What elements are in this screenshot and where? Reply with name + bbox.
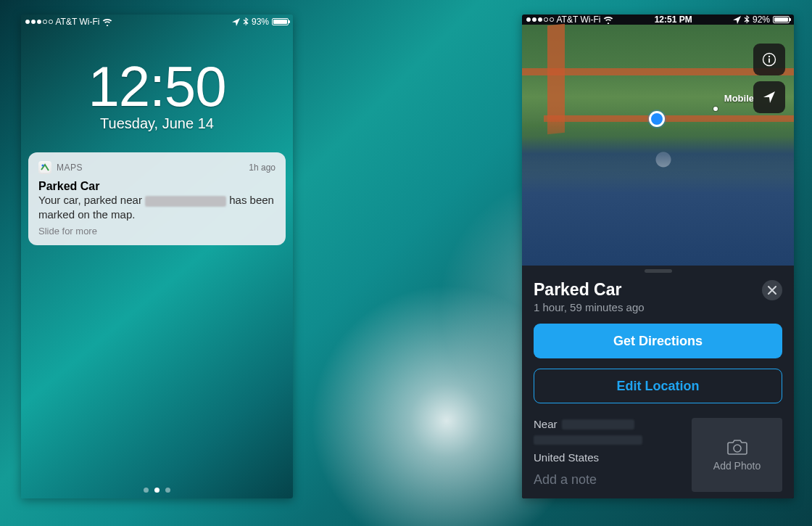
phone-lockscreen: AT&T Wi-Fi 93% 12:50 Tuesday, June 14 xyxy=(21,15,293,498)
wifi-icon xyxy=(603,16,613,24)
svg-point-5 xyxy=(734,445,741,452)
notification-body: Your car, parked near has been marked on… xyxy=(38,193,276,221)
add-note-input[interactable]: Add a note xyxy=(534,472,682,488)
info-button[interactable] xyxy=(753,44,785,75)
add-photo-label: Add Photo xyxy=(713,460,761,472)
edit-location-button[interactable]: Edit Location xyxy=(534,369,782,403)
location-arrow-icon xyxy=(733,16,741,24)
signal-dots-icon xyxy=(526,17,554,22)
canvas: AT&T Wi-Fi 93% 12:50 Tuesday, June 14 xyxy=(0,0,812,526)
battery-icon xyxy=(773,16,790,23)
map-view[interactable]: Mobile xyxy=(522,25,794,266)
lock-time: 12:50 xyxy=(21,54,293,120)
camera-icon xyxy=(726,438,748,456)
parked-car-card: Parked Car 1 hour, 59 minutes ago Get Di… xyxy=(522,266,794,498)
battery-icon xyxy=(272,18,289,25)
status-bar: AT&T Wi-Fi 12:51 PM 92% xyxy=(522,15,794,25)
redacted-address xyxy=(534,435,642,445)
maps-app-icon xyxy=(38,161,51,174)
add-photo-button[interactable]: Add Photo xyxy=(692,418,782,492)
svg-point-3 xyxy=(768,56,770,57)
battery-pct: 93% xyxy=(252,17,269,27)
near-label: Near xyxy=(534,418,558,430)
svg-rect-4 xyxy=(768,58,770,62)
bluetooth-icon xyxy=(243,17,249,27)
signal-dots-icon xyxy=(25,20,53,24)
map-city-dot-icon xyxy=(713,107,718,111)
status-bar: AT&T Wi-Fi 93% xyxy=(21,15,293,29)
card-subtitle: 1 hour, 59 minutes ago xyxy=(534,301,645,313)
lock-clock: 12:50 Tuesday, June 14 xyxy=(21,54,293,132)
current-location-icon xyxy=(651,113,663,125)
wifi-icon xyxy=(102,18,112,26)
card-grabber[interactable] xyxy=(645,269,672,273)
lock-date: Tuesday, June 14 xyxy=(21,115,293,132)
location-arrow-icon xyxy=(232,18,240,26)
notification-hint: Slide for more xyxy=(38,226,276,237)
get-directions-button[interactable]: Get Directions xyxy=(534,324,782,358)
close-button[interactable] xyxy=(762,280,782,300)
bluetooth-icon xyxy=(744,15,750,25)
notification-age: 1h ago xyxy=(249,163,276,173)
redacted-near xyxy=(562,419,634,430)
map-city-label: Mobile xyxy=(724,93,754,104)
battery-pct: 92% xyxy=(753,15,770,25)
notification-card[interactable]: MAPS 1h ago Parked Car Your car, parked … xyxy=(28,152,286,245)
near-info: Near United States Add a note xyxy=(534,418,682,492)
status-time: 12:51 PM xyxy=(613,15,733,25)
recenter-button[interactable] xyxy=(753,81,785,113)
svg-point-1 xyxy=(41,164,44,166)
page-dots xyxy=(21,488,293,493)
card-title: Parked Car xyxy=(534,280,645,300)
redacted-location xyxy=(145,196,226,207)
country-label: United States xyxy=(534,451,682,464)
phone-maps: AT&T Wi-Fi 12:51 PM 92% Mobile xyxy=(522,15,794,498)
carrier-label: AT&T Wi-Fi xyxy=(56,17,100,27)
notification-app-name: MAPS xyxy=(57,163,83,173)
notification-title: Parked Car xyxy=(38,180,276,193)
